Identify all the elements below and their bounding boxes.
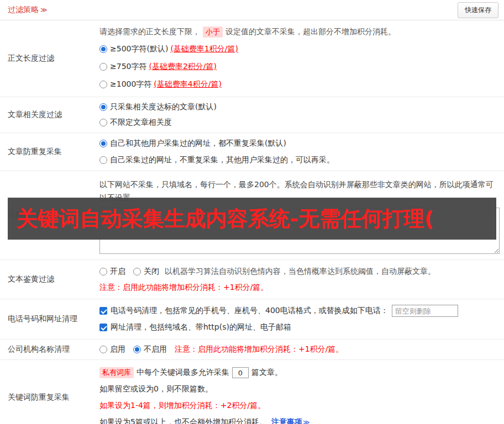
relevance-strict-radio[interactable] bbox=[99, 103, 107, 111]
section-label: 关键词防重复采集 bbox=[8, 364, 99, 424]
private-lexicon-tag: 私有词库 bbox=[99, 367, 134, 378]
checkbox-row: 网址清理，包括纯域名、带http(s)的网址、电子邮箱 bbox=[99, 319, 500, 336]
max-articles-input[interactable] bbox=[232, 367, 249, 378]
section-label: 正文长度过滤 bbox=[8, 24, 99, 93]
watermark-overlay: 关键词自动采集生成内容系统-无需任何打理( bbox=[8, 198, 496, 240]
option-row: 自己采集过的网址，不重复采集，其他用户采集过的，可以再采。 bbox=[99, 152, 500, 168]
option-label: 不限定文章相关度 bbox=[110, 118, 172, 128]
section-body-length: 正文长度过滤 请选择需求的正文长度下限， 小于 设定值的文章不采集，超出部分不增… bbox=[0, 20, 504, 97]
option-row: 只采集相关度达标的文章(默认) bbox=[99, 99, 500, 115]
option-row: ≥750字符 (基础费率2积分/篇) bbox=[99, 58, 500, 76]
quick-save-button[interactable]: 快速保存 bbox=[458, 2, 498, 18]
option-note: (基础费率2积分/篇) bbox=[149, 62, 217, 72]
section-label: 电话号码和网址清理 bbox=[8, 303, 99, 336]
option-label: 不启用 bbox=[144, 344, 167, 354]
note-five-plus: 如果设为5篇或以上，也不会额外增加积分消耗。 bbox=[99, 417, 267, 424]
section-porn-filter: 文本鉴黄过滤 开启 关闭 以机器学习算法自动识别色情内容，当色情概率达到系统阈值… bbox=[0, 260, 504, 299]
section-label: 公司机构名称清理 bbox=[8, 342, 99, 357]
intro-text-before: 请选择需求的正文长度下限， bbox=[99, 27, 200, 37]
option-note: (基础费率1积分/篇) bbox=[170, 44, 238, 54]
link-chevron-icon[interactable]: ≫ bbox=[303, 418, 310, 424]
company-clean-warning: 注意：启用此功能将增加积分消耗：+1积分/篇。 bbox=[175, 344, 343, 354]
option-row: 不限定文章相关度 bbox=[99, 115, 500, 130]
body-length-750-radio[interactable] bbox=[99, 63, 107, 71]
option-label: 开启 bbox=[110, 267, 125, 277]
option-row: 启用 不启用 注意：启用此功能将增加积分消耗：+1积分/篇。 bbox=[99, 342, 500, 357]
phone-clean-checkbox[interactable] bbox=[99, 307, 107, 315]
relevance-any-radio[interactable] bbox=[99, 119, 107, 126]
section-label: 文章相关度过滤 bbox=[8, 99, 99, 130]
top-bar: 过滤策略≫ 快速保存 bbox=[0, 0, 504, 20]
body-length-intro: 请选择需求的正文长度下限， 小于 设定值的文章不采集，超出部分不增加积分消耗。 bbox=[99, 24, 500, 40]
limit-text-after: 篇文章。 bbox=[251, 368, 282, 378]
option-label: 关闭 bbox=[144, 267, 159, 277]
option-label: 启用 bbox=[110, 344, 125, 354]
option-label: ≥500字符(默认) bbox=[110, 44, 168, 54]
porn-filter-off-radio[interactable] bbox=[133, 268, 141, 275]
body-length-500-radio[interactable] bbox=[99, 45, 107, 53]
option-label: 只采集相关度达标的文章(默认) bbox=[110, 102, 217, 112]
section-keyword-dedup: 关键词防重复采集 私有词库 中每个关键词最多允许采集 篇文章。 如果留空或设为0… bbox=[0, 360, 504, 424]
keyword-warning-row: 如果设为1-4篇，则增加积分消耗：+2积分/篇。 bbox=[99, 398, 500, 414]
section-phone-url-clean: 电话号码和网址清理 电话号码清理，包括常见的手机号、座机号、400电话格式，或替… bbox=[0, 299, 504, 340]
limit-text-before: 中每个关键词最多允许采集 bbox=[136, 368, 229, 378]
option-row: 开启 关闭 以机器学习算法自动识别色情内容，当色情概率达到系统阈值，自动屏蔽文章… bbox=[99, 263, 500, 280]
section-company-clean: 公司机构名称清理 启用 不启用 注意：启用此功能将增加积分消耗：+1积分/篇。 bbox=[0, 340, 504, 360]
section-label: 文本鉴黄过滤 bbox=[8, 263, 99, 295]
note-one-to-four: 如果设为1-4篇，则增加积分消耗：+2积分/篇。 bbox=[99, 401, 265, 411]
company-clean-enable-radio[interactable] bbox=[99, 346, 107, 353]
page-title-text: 过滤策略 bbox=[8, 5, 39, 14]
company-clean-disable-radio[interactable] bbox=[133, 346, 141, 353]
option-note: (基础费率4积分/篇) bbox=[154, 80, 222, 89]
option-label: 自己和其他用户采集过的网址，都不重复采集(默认) bbox=[110, 139, 286, 149]
checkbox-row: 电话号码清理，包括常见的手机号、座机号、400电话格式，或替换成如下电话： bbox=[99, 303, 500, 319]
notes-link[interactable]: 注意事项 bbox=[271, 417, 302, 424]
checkbox-label: 网址清理，包括纯域名、带http(s)的网址、电子邮箱 bbox=[111, 322, 291, 332]
page-title: 过滤策略≫ bbox=[8, 5, 48, 15]
option-row: ≥500字符(默认) (基础费率1积分/篇) bbox=[99, 40, 500, 58]
dedup-all-users-radio[interactable] bbox=[99, 140, 107, 147]
phone-replace-input[interactable] bbox=[392, 305, 458, 317]
porn-filter-description: 以机器学习算法自动识别色情内容，当色情概率达到系统阈值，自动屏蔽文章。 bbox=[165, 267, 435, 277]
body-length-1000-radio[interactable] bbox=[99, 81, 107, 88]
dedup-self-only-radio[interactable] bbox=[99, 156, 107, 164]
section-relevance: 文章相关度过滤 只采集相关度达标的文章(默认) 不限定文章相关度 bbox=[0, 97, 504, 133]
section-dedup: 文章防重复采集 自己和其他用户采集过的网址，都不重复采集(默认) 自己采集过的网… bbox=[0, 133, 504, 171]
section-label: 文章防重复采集 bbox=[8, 135, 99, 168]
intro-text-after: 设定值的文章不采集，超出部分不增加积分消耗。 bbox=[225, 27, 396, 37]
option-label: ≥1000字符 bbox=[110, 80, 151, 89]
keyword-note-row: 如果留空或设为0，则不限篇数。 bbox=[99, 381, 500, 398]
option-row: 自己和其他用户采集过的网址，都不重复采集(默认) bbox=[99, 135, 500, 152]
checkbox-label: 电话号码清理，包括常见的手机号、座机号、400电话格式，或替换成如下电话： bbox=[111, 306, 389, 316]
option-label: 自己采集过的网址，不重复采集，其他用户采集过的，可以再采。 bbox=[110, 155, 334, 165]
warning-row: 注意：启用此功能将增加积分消耗：+1积分/篇。 bbox=[99, 280, 500, 295]
porn-filter-on-radio[interactable] bbox=[99, 268, 107, 275]
note-zero: 如果留空或设为0，则不限篇数。 bbox=[99, 384, 213, 394]
url-clean-checkbox[interactable] bbox=[99, 324, 107, 331]
porn-filter-warning: 注意：启用此功能将增加积分消耗：+1积分/篇。 bbox=[99, 283, 268, 293]
option-label: ≥750字符 bbox=[110, 62, 146, 72]
keyword-limit-row: 私有词库 中每个关键词最多允许采集 篇文章。 bbox=[99, 364, 500, 381]
collapse-chevron-icon[interactable]: ≫ bbox=[40, 6, 48, 14]
keyword-note-row: 如果设为5篇或以上，也不会额外增加积分消耗。 注意事项 ≫ bbox=[99, 414, 500, 424]
less-than-tag: 小于 bbox=[203, 26, 223, 38]
option-row: ≥1000字符 (基础费率4积分/篇) bbox=[99, 76, 500, 93]
